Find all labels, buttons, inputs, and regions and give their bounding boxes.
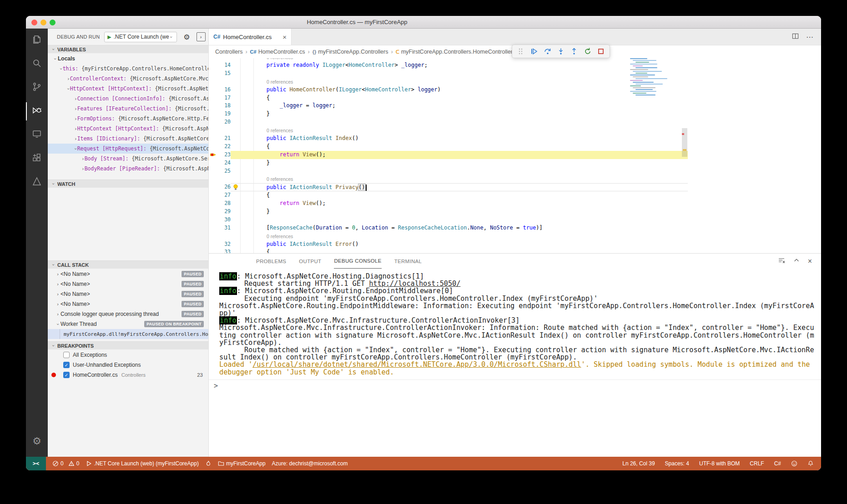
variable-row[interactable]: ›Locals <box>48 54 208 64</box>
stack-frame-row[interactable]: myFirstCoreApp.dll!myFirstCoreApp.Contro… <box>48 329 208 339</box>
codelens[interactable]: 0 references <box>209 126 688 135</box>
code-line-23[interactable]: 23 return View(); <box>209 151 688 159</box>
chevron-right-icon[interactable]: › <box>74 116 77 122</box>
breakpoint-gutter[interactable] <box>209 135 217 143</box>
continue-button[interactable] <box>528 46 539 57</box>
clear-console-icon[interactable] <box>778 257 785 266</box>
breakpoint-gutter[interactable] <box>209 70 217 78</box>
variable-row[interactable]: ›this: {myFirstCoreApp.Controllers.HomeC… <box>48 64 208 74</box>
call-stack-thread[interactable]: ›<No Name>PAUSED <box>48 279 208 289</box>
feedback-smiley-icon[interactable] <box>791 460 797 467</box>
call-stack-section-header[interactable]: › CALL STACK <box>48 260 208 269</box>
chevron-down-icon[interactable]: › <box>73 147 79 150</box>
codelens[interactable]: 0 references <box>209 175 688 183</box>
variable-row[interactable]: ›Items [IDictionary]: {Microsoft.AspNetC… <box>48 134 208 144</box>
breakpoint-gutter[interactable] <box>209 224 217 232</box>
call-stack-thread[interactable]: ›Worker ThreadPAUSED ON BREAKPOINT <box>48 319 208 329</box>
activity-bar-item-remote-explorer[interactable] <box>26 123 48 147</box>
breakpoint-checkbox[interactable]: ✓ <box>63 362 70 368</box>
deploy-status[interactable] <box>205 460 212 467</box>
code-line-32[interactable]: 32 public IActionResult Error() <box>209 240 688 249</box>
minimize-window-button[interactable] <box>40 20 46 25</box>
variable-row[interactable]: ›HttpContext [HttpContext]: {Microsoft.A… <box>48 124 208 134</box>
chevron-down-icon[interactable]: › <box>52 56 58 61</box>
chevron-right-icon[interactable]: › <box>55 281 60 287</box>
chevron-right-icon[interactable]: › <box>74 96 77 102</box>
code-editor[interactable]: 0 references14 private readonly ILogger<… <box>209 58 688 253</box>
code-line-24[interactable]: 24 } <box>209 159 688 167</box>
chevron-right-icon[interactable]: › <box>81 166 85 172</box>
notifications-bell-icon[interactable] <box>807 460 814 467</box>
breakpoints-section-header[interactable]: › BREAKPOINTS <box>48 341 208 349</box>
call-stack-thread[interactable]: ›<No Name>PAUSED <box>48 289 208 299</box>
code-line-20[interactable]: 20 <box>209 118 688 126</box>
lightbulb-icon[interactable] <box>231 184 240 191</box>
code-line-26[interactable]: 26 public IActionResult Privacy() <box>209 183 688 191</box>
activity-bar-item-azure[interactable] <box>26 170 48 194</box>
open-debug-console-icon[interactable]: › <box>197 32 206 41</box>
step-out-button[interactable] <box>569 46 580 57</box>
breadcrumb-item[interactable]: {}myFirstCoreApp.Controllers <box>313 49 388 55</box>
status-ln-26-col-39[interactable]: Ln 26, Col 39 <box>622 460 655 467</box>
codelens[interactable]: 0 references <box>209 78 688 86</box>
breadcrumb-item[interactable]: C#HomeController.cs <box>250 49 305 55</box>
variable-row[interactable]: ›Connection [ConnectionInfo]: {Microsoft… <box>48 94 208 104</box>
chevron-right-icon[interactable]: › <box>55 311 60 317</box>
manage-gear-icon[interactable]: ⚙ <box>26 429 48 453</box>
project-status[interactable]: myFirstCoreApp <box>218 460 266 467</box>
variables-section-header[interactable]: › VARIABLES <box>48 45 208 53</box>
breakpoint-row[interactable]: ✓HomeController.csControllers23 <box>48 370 208 380</box>
variable-row[interactable]: ›ControllerContext: {Microsoft.AspNetCor… <box>48 74 208 84</box>
chevron-right-icon[interactable]: › <box>55 291 60 297</box>
step-into-button[interactable] <box>555 46 566 57</box>
panel-tab-problems[interactable]: PROBLEMS <box>256 254 286 269</box>
breadcrumb-item[interactable]: Controllers <box>215 49 242 55</box>
variable-row[interactable]: ›Request [HttpRequest]: {Microsoft.AspNe… <box>48 144 208 154</box>
activity-bar-item-source-control[interactable] <box>26 76 48 100</box>
code-line-31[interactable]: 31 [ResponseCache(Duration = 0, Location… <box>209 224 688 232</box>
editor-scrollbar[interactable] <box>682 128 687 157</box>
status-crlf[interactable]: CRLF <box>750 460 764 467</box>
activity-bar-item-search[interactable] <box>26 52 48 76</box>
chevron-down-icon[interactable]: › <box>58 67 64 70</box>
status-utf-8-with-bom[interactable]: UTF-8 with BOM <box>699 460 740 467</box>
breakpoint-gutter[interactable] <box>209 240 217 249</box>
code-line-30[interactable]: 30 <box>209 216 688 224</box>
status-c-[interactable]: C# <box>774 460 781 467</box>
split-editor-icon[interactable] <box>792 33 799 41</box>
debug-console-output[interactable]: info: Microsoft.AspNetCore.Hosting.Diagn… <box>209 269 821 376</box>
breakpoint-gutter[interactable] <box>209 102 217 110</box>
breakpoint-gutter[interactable] <box>209 61 217 70</box>
code-line-22[interactable]: 22 { <box>209 143 688 151</box>
close-panel-icon[interactable]: × <box>808 257 812 265</box>
tab-homecontroller[interactable]: C# HomeController.cs × <box>209 29 292 45</box>
code-line-25[interactable]: 25 <box>209 167 688 175</box>
breakpoint-paused-icon[interactable] <box>209 151 217 159</box>
breakpoint-checkbox[interactable] <box>63 352 70 358</box>
restart-button[interactable] <box>582 46 593 57</box>
panel-tab-terminal[interactable]: TERMINAL <box>394 254 422 269</box>
activity-bar-item-run-debug[interactable] <box>26 100 48 123</box>
close-tab-icon[interactable]: × <box>282 33 287 41</box>
code-line-19[interactable]: 19 } <box>209 110 688 118</box>
variable-row[interactable]: ›HttpContext [HttpContext]: {Microsoft.A… <box>48 84 208 94</box>
more-actions-icon[interactable]: ⋯ <box>806 33 814 41</box>
code-line-28[interactable]: 28 return View(); <box>209 200 688 208</box>
code-line-16[interactable]: 16 public HomeController(ILogger<HomeCon… <box>209 86 688 94</box>
azure-account-status[interactable]: Azure: dechrist@microsoft.com <box>272 460 348 467</box>
chevron-right-icon[interactable]: › <box>55 271 60 277</box>
panel-tab-output[interactable]: OUTPUT <box>299 254 321 269</box>
breakpoint-gutter[interactable] <box>209 94 217 102</box>
debug-console-input[interactable]: > <box>209 379 821 390</box>
launch-config-dropdown[interactable]: ▶ .NET Core Launch (web › <box>104 32 177 42</box>
maximize-panel-icon[interactable] <box>793 257 800 265</box>
chevron-right-icon[interactable]: › <box>74 106 77 112</box>
chevron-down-icon[interactable]: › <box>55 321 61 327</box>
breakpoint-gutter[interactable] <box>209 200 217 208</box>
breakpoint-gutter[interactable] <box>209 183 217 191</box>
breakpoint-gutter[interactable] <box>209 248 217 253</box>
stop-button[interactable] <box>595 46 607 57</box>
zoom-window-button[interactable] <box>50 20 55 25</box>
variable-row[interactable]: ›Features [IFeatureCollection]: {Microso… <box>48 104 208 114</box>
activity-bar-item-explorer[interactable] <box>26 29 48 52</box>
